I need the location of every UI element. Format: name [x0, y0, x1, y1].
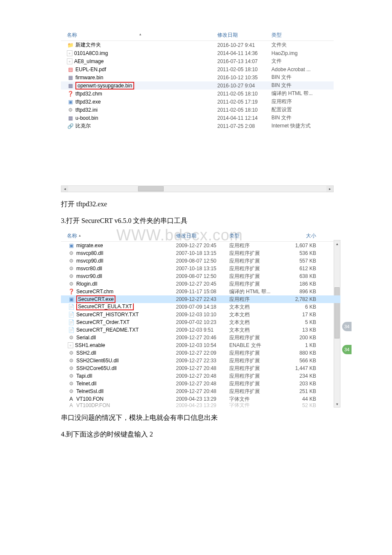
- file-name-cell[interactable]: ⚙Tapi.dll: [61, 373, 176, 379]
- file-row[interactable]: ▦firmware.bin2016-10-12 10:35BIN 文件: [61, 73, 334, 81]
- file-name-cell[interactable]: ⚙SSH2Core65U.dll: [61, 365, 176, 372]
- file-row[interactable]: ▣SecureCRT.exe2009-12-27 22:43应用程序2,782 …: [61, 295, 340, 303]
- file-name-cell[interactable]: 📁新建文件夹: [61, 41, 217, 49]
- file-type-cell: 文本文档: [229, 311, 285, 318]
- file-row[interactable]: ⚙msvcp90.dll2009-08-07 12:50应用程序扩展557 KB: [61, 257, 340, 265]
- file-name-cell[interactable]: ⚙msvcp90.dll: [61, 257, 176, 264]
- file-name-cell[interactable]: ⚙msvcr90.dll: [61, 273, 176, 280]
- scroll-left-icon[interactable]: ◂: [61, 186, 68, 192]
- file-row[interactable]: ▦u-boot.bin2014-04-11 12:14BIN 文件: [61, 114, 334, 122]
- file-date-cell: 2009-12-03 10:10: [176, 312, 229, 318]
- file-date-cell: 2009-12-27 20:48: [176, 381, 229, 387]
- ini-icon: ⚙: [67, 107, 74, 113]
- column-header-date[interactable]: 修改日期: [217, 32, 271, 39]
- sort-indicator-icon-2: ▴: [79, 233, 81, 237]
- file-name-cell[interactable]: ▫SSH1.enable: [61, 342, 176, 348]
- file-row[interactable]: ⚙Rlogin.dll2009-12-27 20:45应用程序扩展186 KB: [61, 280, 340, 288]
- file-date-cell: 2011-02-05 18:10: [217, 66, 271, 72]
- file-name-cell[interactable]: ▣migrate.exe: [61, 242, 176, 249]
- file-type-cell: 字体文件: [229, 403, 285, 408]
- file-name-cell[interactable]: 📄SecureCRT_HISTORY.TXT: [61, 311, 176, 318]
- file-name-cell[interactable]: ⚙msvcp80.dll: [61, 250, 176, 257]
- file-row[interactable]: ❓SecureCRT.chm2009-11-17 15:08编译的 HTML 帮…: [61, 288, 340, 295]
- explorer2-header[interactable]: 名称 ▴ 修改日期 类型 大小: [61, 231, 340, 242]
- file-row[interactable]: ⚙SSH2Client65U.dll2009-12-27 22:33应用程序扩展…: [61, 357, 340, 364]
- file-row[interactable]: 📄SecureCRT_HISTORY.TXT2009-12-03 10:10文本…: [61, 311, 340, 318]
- file-name-cell[interactable]: ❓SecureCRT.chm: [61, 288, 176, 295]
- file-name-cell[interactable]: ⚙Rlogin.dll: [61, 280, 176, 287]
- file-row[interactable]: 📄SecureCRT_EULA.TXT2009-07-09 14:18文本文档6…: [61, 303, 340, 311]
- file-name-cell[interactable]: ❓tftpd32.chm: [61, 90, 217, 97]
- file-name-cell[interactable]: ⚙SSH2.dll: [61, 350, 176, 356]
- explorer1-header[interactable]: 名称 ▴ 修改日期 类型: [61, 30, 334, 41]
- file-name-cell[interactable]: ⚙Serial.dll: [61, 334, 176, 341]
- file-row[interactable]: ⚙Telnet.dll2009-12-27 20:48应用程序扩展203 KB: [61, 380, 340, 387]
- scroll-thumb[interactable]: [138, 186, 164, 191]
- file-type-cell: ENABLE 文件: [229, 342, 285, 349]
- file-row[interactable]: ⚙msvcp80.dll2007-10-18 13:15应用程序扩展536 KB: [61, 249, 340, 257]
- file-row[interactable]: 📄SecureCRT_README.TXT2009-12-03 9:51文本文档…: [61, 326, 340, 334]
- file-row[interactable]: ▫AE8_uImage2016-07-13 14:07文件: [61, 57, 334, 65]
- file-row[interactable]: ⚙Tapi.dll2009-12-27 20:48应用程序扩展234 KB: [61, 372, 340, 380]
- file-name-cell[interactable]: ▣SecureCRT.exe: [61, 295, 176, 303]
- file-date-cell: 2009-12-03 9:51: [176, 327, 229, 333]
- file-name-cell[interactable]: ⚙SSH2Client65U.dll: [61, 357, 176, 364]
- column-header-type[interactable]: 类型: [271, 32, 323, 39]
- file-row[interactable]: ⚙TelnetSsl.dll2009-12-27 20:48应用程序扩展251 …: [61, 387, 340, 395]
- file-row[interactable]: 📁新建文件夹2016-10-27 9:41文件夹: [61, 41, 334, 49]
- file-name-cell[interactable]: ▣tftpd32.exe: [61, 98, 217, 105]
- file-name-cell[interactable]: ⚙TelnetSsl.dll: [61, 388, 176, 395]
- file-type-cell: 字体文件: [229, 396, 285, 403]
- file-row[interactable]: ⚙tftpd32.ini2011-02-05 18:10配置设置: [61, 106, 334, 114]
- file-size-cell: 880 KB: [285, 350, 319, 356]
- sort-indicator-icon: ▴: [139, 32, 141, 36]
- file-row[interactable]: AVT100DP.FON2009-04-23 13:29字体文件52 KB: [61, 403, 340, 408]
- file-name-cell[interactable]: ⚙msvcr80.dll: [61, 265, 176, 272]
- column-header-type-2[interactable]: 类型: [229, 232, 285, 240]
- dll-icon: ⚙: [68, 365, 75, 372]
- side-badge-2[interactable]: 34: [342, 345, 352, 354]
- horizontal-scrollbar[interactable]: ◂ ▸: [61, 185, 334, 192]
- file-row[interactable]: AVT100.FON2009-04-23 13:29字体文件44 KB: [61, 395, 340, 403]
- file-row[interactable]: ⚙msvcr80.dll2007-10-18 13:15应用程序扩展612 KB: [61, 265, 340, 272]
- file-icon: ▫: [68, 342, 73, 348]
- file-name-cell[interactable]: 📄SecureCRT_Order.TXT: [61, 319, 176, 326]
- file-row[interactable]: ▤EUPL-EN.pdf2011-02-05 18:10Adobe Acroba…: [61, 65, 334, 73]
- file-name-cell[interactable]: ▦firmware.bin: [61, 74, 217, 81]
- file-name-cell[interactable]: ▦u-boot.bin: [61, 115, 217, 121]
- file-row[interactable]: ⚙Serial.dll2009-12-27 20:46应用程序扩展200 KB: [61, 334, 340, 341]
- file-name-cell[interactable]: AVT100.FON: [61, 396, 176, 402]
- file-row[interactable]: ⚙SSH2.dll2009-12-27 22:09应用程序扩展880 KB: [61, 349, 340, 357]
- file-name-cell[interactable]: ▦openwrt-sysupgrade.bin: [61, 82, 217, 90]
- file-row[interactable]: ⚙msvcr90.dll2009-08-07 12:50应用程序扩展638 KB: [61, 272, 340, 280]
- column-header-name[interactable]: 名称 ▴: [61, 32, 217, 39]
- file-name-cell[interactable]: ▫0101A8C0.img: [61, 50, 217, 56]
- file-name-cell[interactable]: 🔗比克尔: [61, 122, 217, 130]
- file-name-cell[interactable]: ⚙tftpd32.ini: [61, 107, 217, 113]
- file-row[interactable]: ❓tftpd32.chm2011-02-05 18:10编译的 HTML 帮..…: [61, 90, 334, 98]
- file-name-cell[interactable]: ⚙Telnet.dll: [61, 380, 176, 387]
- text-icon: 📄: [68, 304, 75, 310]
- file-row[interactable]: ▫0101A8C0.img2014-04-11 14:36HaoZip.img: [61, 49, 334, 57]
- file-type-cell: BIN 文件: [271, 114, 331, 121]
- file-row[interactable]: ▦openwrt-sysupgrade.bin2016-10-27 9:04BI…: [61, 81, 334, 90]
- scroll-right-icon[interactable]: ▸: [326, 186, 333, 192]
- file-name-cell[interactable]: ▫AE8_uImage: [61, 58, 217, 64]
- file-name-text: SSH2Core65U.dll: [76, 365, 117, 371]
- file-name-cell[interactable]: ▤EUPL-EN.pdf: [61, 66, 217, 73]
- dll-icon: ⚙: [68, 380, 75, 387]
- file-row[interactable]: ▣migrate.exe2009-12-27 20:45应用程序1,607 KB: [61, 242, 340, 249]
- file-row[interactable]: ⚙SSH2Core65U.dll2009-12-27 20:48应用程序扩展1,…: [61, 364, 340, 372]
- file-row[interactable]: ▫SSH1.enable2009-12-03 10:54ENABLE 文件1 K…: [61, 341, 340, 349]
- file-row[interactable]: 🔗比克尔2011-07-25 2:08Internet 快捷方式: [61, 122, 334, 130]
- column-header-name-2[interactable]: 名称 ▴: [61, 232, 176, 240]
- file-name-cell[interactable]: 📄SecureCRT_EULA.TXT: [61, 304, 176, 310]
- column-header-date-2[interactable]: 修改日期: [176, 232, 229, 240]
- file-row[interactable]: 📄SecureCRT_Order.TXT2009-07-02 10:23文本文档…: [61, 318, 340, 326]
- file-row[interactable]: ▣tftpd32.exe2011-02-05 17:19应用程序: [61, 98, 334, 106]
- side-badge-1[interactable]: 34: [342, 322, 352, 331]
- column-header-size-2[interactable]: 大小: [285, 232, 319, 240]
- file-name-cell[interactable]: AVT100DP.FON: [61, 403, 176, 408]
- file-size-cell: 5 KB: [285, 319, 319, 325]
- file-name-cell[interactable]: 📄SecureCRT_README.TXT: [61, 327, 176, 333]
